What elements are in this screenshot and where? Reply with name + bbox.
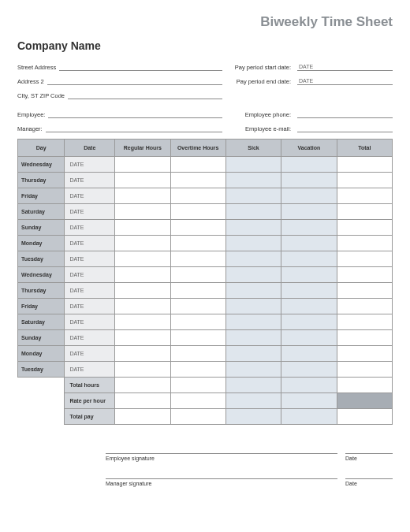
- regular-cell[interactable]: [115, 220, 170, 236]
- vacation-cell[interactable]: [281, 173, 337, 188]
- sick-cell[interactable]: [226, 314, 281, 330]
- pay-start-input[interactable]: DATE: [297, 61, 393, 71]
- overtime-cell[interactable]: [170, 236, 226, 251]
- total-cell[interactable]: [337, 236, 392, 251]
- sick-cell[interactable]: [226, 299, 281, 314]
- sick-cell[interactable]: [226, 283, 281, 299]
- sick-cell[interactable]: [226, 188, 281, 204]
- overtime-cell[interactable]: [170, 220, 226, 236]
- total-vacation[interactable]: [281, 378, 337, 393]
- sick-cell[interactable]: [226, 251, 281, 267]
- overtime-cell[interactable]: [170, 267, 226, 283]
- total-cell[interactable]: [337, 283, 392, 299]
- overtime-cell[interactable]: [170, 299, 226, 314]
- regular-cell[interactable]: [115, 267, 170, 283]
- date-cell[interactable]: DATE: [65, 330, 115, 346]
- regular-cell[interactable]: [115, 173, 170, 188]
- date-cell[interactable]: DATE: [65, 362, 115, 378]
- date-cell[interactable]: DATE: [65, 283, 115, 299]
- overtime-cell[interactable]: [170, 346, 226, 362]
- pay-sick[interactable]: [226, 409, 281, 425]
- regular-cell[interactable]: [115, 314, 170, 330]
- total-regular[interactable]: [115, 378, 170, 393]
- vacation-cell[interactable]: [281, 204, 337, 220]
- overtime-cell[interactable]: [170, 314, 226, 330]
- overtime-cell[interactable]: [170, 283, 226, 299]
- sick-cell[interactable]: [226, 330, 281, 346]
- regular-cell[interactable]: [115, 330, 170, 346]
- sick-cell[interactable]: [226, 220, 281, 236]
- overtime-cell[interactable]: [170, 251, 226, 267]
- vacation-cell[interactable]: [281, 251, 337, 267]
- pay-total[interactable]: [337, 409, 392, 425]
- regular-cell[interactable]: [115, 204, 170, 220]
- pay-vacation[interactable]: [281, 409, 337, 425]
- total-cell[interactable]: [337, 299, 392, 314]
- total-cell[interactable]: [337, 157, 392, 173]
- sick-cell[interactable]: [226, 362, 281, 378]
- total-cell[interactable]: [337, 204, 392, 220]
- rate-regular[interactable]: [115, 393, 170, 409]
- total-overtime[interactable]: [170, 378, 226, 393]
- regular-cell[interactable]: [115, 236, 170, 251]
- date-cell[interactable]: DATE: [65, 236, 115, 251]
- regular-cell[interactable]: [115, 346, 170, 362]
- regular-cell[interactable]: [115, 299, 170, 314]
- vacation-cell[interactable]: [281, 299, 337, 314]
- city-st-zip-input[interactable]: [68, 90, 222, 99]
- total-cell[interactable]: [337, 362, 392, 378]
- address2-input[interactable]: [47, 76, 222, 85]
- overtime-cell[interactable]: [170, 204, 226, 220]
- date-cell[interactable]: DATE: [65, 299, 115, 314]
- overtime-cell[interactable]: [170, 330, 226, 346]
- vacation-cell[interactable]: [281, 346, 337, 362]
- date-cell[interactable]: DATE: [65, 251, 115, 267]
- regular-cell[interactable]: [115, 251, 170, 267]
- employee-email-input[interactable]: [297, 123, 393, 132]
- sick-cell[interactable]: [226, 346, 281, 362]
- date-cell[interactable]: DATE: [65, 204, 115, 220]
- date-cell[interactable]: DATE: [65, 188, 115, 204]
- vacation-cell[interactable]: [281, 314, 337, 330]
- vacation-cell[interactable]: [281, 283, 337, 299]
- total-cell[interactable]: [337, 188, 392, 204]
- regular-cell[interactable]: [115, 362, 170, 378]
- total-sick[interactable]: [226, 378, 281, 393]
- date-cell[interactable]: DATE: [65, 220, 115, 236]
- pay-overtime[interactable]: [170, 409, 226, 425]
- street-input[interactable]: [59, 61, 222, 71]
- sick-cell[interactable]: [226, 173, 281, 188]
- employee-phone-input[interactable]: [297, 109, 393, 118]
- overtime-cell[interactable]: [170, 362, 226, 378]
- vacation-cell[interactable]: [281, 236, 337, 251]
- sick-cell[interactable]: [226, 157, 281, 173]
- sick-cell[interactable]: [226, 204, 281, 220]
- vacation-cell[interactable]: [281, 220, 337, 236]
- vacation-cell[interactable]: [281, 157, 337, 173]
- date-cell[interactable]: DATE: [65, 157, 115, 173]
- rate-overtime[interactable]: [170, 393, 226, 409]
- vacation-cell[interactable]: [281, 330, 337, 346]
- total-cell[interactable]: [337, 330, 392, 346]
- total-cell[interactable]: [337, 346, 392, 362]
- rate-vacation[interactable]: [281, 393, 337, 409]
- regular-cell[interactable]: [115, 157, 170, 173]
- overtime-cell[interactable]: [170, 157, 226, 173]
- sick-cell[interactable]: [226, 267, 281, 283]
- total-cell[interactable]: [337, 251, 392, 267]
- regular-cell[interactable]: [115, 283, 170, 299]
- total-cell[interactable]: [337, 267, 392, 283]
- manager-input[interactable]: [46, 123, 222, 132]
- date-cell[interactable]: DATE: [65, 267, 115, 283]
- regular-cell[interactable]: [115, 188, 170, 204]
- total-cell[interactable]: [337, 220, 392, 236]
- overtime-cell[interactable]: [170, 173, 226, 188]
- sick-cell[interactable]: [226, 236, 281, 251]
- employee-input[interactable]: [48, 109, 222, 118]
- total-cell[interactable]: [337, 173, 392, 188]
- pay-regular[interactable]: [115, 409, 170, 425]
- pay-end-input[interactable]: DATE: [297, 76, 393, 85]
- total-total[interactable]: [337, 378, 392, 393]
- date-cell[interactable]: DATE: [65, 314, 115, 330]
- date-cell[interactable]: DATE: [65, 173, 115, 188]
